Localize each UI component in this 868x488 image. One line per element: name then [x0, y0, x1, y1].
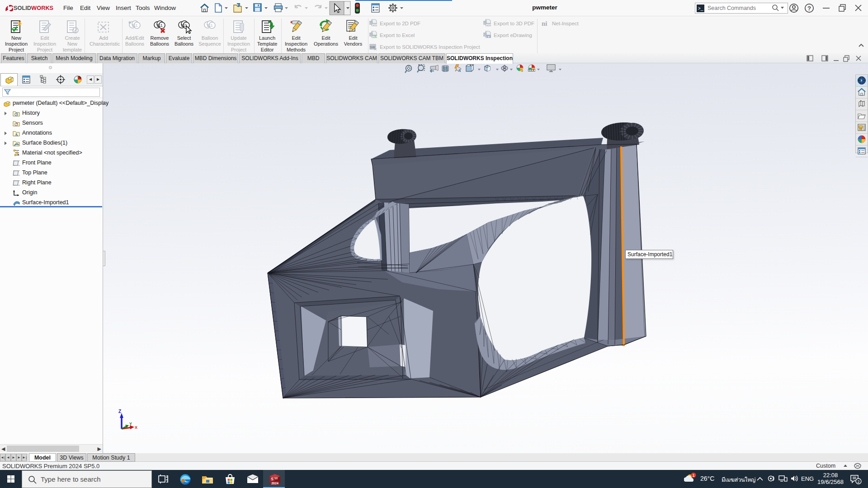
svg-text:2: 2 [857, 479, 859, 484]
svg-text:A: A [15, 132, 18, 137]
svg-text:S: S [271, 477, 274, 481]
svg-text:Y: Y [129, 422, 132, 426]
svg-text:1: 1 [693, 473, 695, 478]
svg-text:Z: Z [118, 409, 121, 414]
svg-text:A: A [458, 68, 461, 73]
svg-text:X: X [135, 425, 137, 430]
svg-text:2024: 2024 [271, 482, 278, 485]
svg-text:W: W [274, 476, 278, 480]
